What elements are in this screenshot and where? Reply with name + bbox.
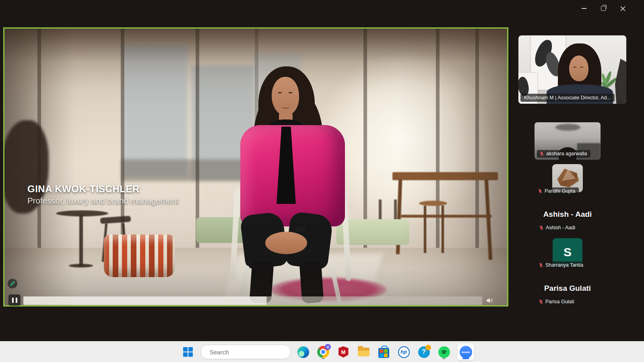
participant-display-name[interactable]: Parisa Gulati	[507, 284, 628, 293]
taskbar-app-hp-support[interactable]: ?	[416, 344, 431, 360]
taskbar-app-file-explorer[interactable]	[356, 344, 371, 360]
shared-video-scene: GINA KWOK-TISCHLER Professor, luxury and…	[4, 29, 507, 305]
muted-mic-icon	[539, 263, 543, 267]
participant-name-label: Parisa Gulati	[536, 298, 578, 306]
ceiling-fan	[555, 124, 580, 131]
hp-letters: hp	[400, 349, 407, 355]
khushnam-face	[569, 56, 588, 81]
taskbar-app-zoom[interactable]: zoom	[456, 344, 475, 360]
running-indicator-active	[462, 358, 469, 359]
taskbar-app-spotify[interactable]	[436, 344, 452, 360]
participant-name-text: akshara agarwalla	[546, 151, 587, 156]
restore-button[interactable]	[597, 2, 610, 14]
video-progress-played	[23, 296, 267, 305]
pause-icon	[12, 298, 14, 303]
participant-name-label: akshara agarwalla	[537, 150, 590, 158]
muted-mic-icon	[539, 151, 544, 156]
hp-support-icon: ?	[418, 346, 430, 358]
taskbar-app-microsoft-store[interactable]	[376, 344, 391, 360]
participant-name-label: Sharranya Tantia	[536, 261, 587, 269]
pencil-icon	[10, 281, 15, 286]
start-button[interactable]	[180, 344, 196, 360]
running-indicator	[443, 358, 446, 359]
chair-seat-silhouette	[100, 216, 131, 224]
speaker-icon	[486, 297, 495, 304]
pause-icon	[16, 298, 17, 303]
desktop: GINA KWOK-TISCHLER Professor, luxury and…	[0, 0, 644, 362]
participant-tile-khushnam[interactable]: Khushnam M | Associate Director, Ad...	[518, 35, 626, 104]
participant-name-text: Khushnam M | Associate Director, Ad...	[524, 95, 611, 101]
chrome-icon: V	[317, 346, 329, 358]
edge-icon	[297, 346, 309, 358]
participant-name-text: Paridhi Gupta	[545, 188, 575, 194]
speaker-smile	[281, 104, 290, 109]
wood-table-top	[392, 172, 498, 180]
lower-third: GINA KWOK-TISCHLER Professor, luxury and…	[27, 183, 179, 206]
close-icon	[620, 6, 625, 11]
taskbar-app-hp[interactable]: hp	[396, 344, 411, 360]
muted-mic-icon	[538, 189, 543, 193]
participant-display-name[interactable]: Ashish - Aadi	[507, 210, 628, 219]
question-mark: ?	[422, 348, 426, 356]
stool-leg	[442, 206, 444, 253]
minimize-button[interactable]	[577, 2, 591, 14]
taskbar: V M hp ?	[0, 341, 644, 362]
speaker-title-text: Professor, luxury and brand management	[27, 196, 179, 206]
city-building	[123, 45, 188, 177]
table-pedestal	[79, 215, 83, 266]
video-progress-bar[interactable]	[23, 296, 482, 305]
khushnam-eye	[580, 67, 583, 68]
striped-pouf	[104, 234, 175, 277]
speaker-eye	[289, 92, 292, 93]
participant-name-text: Ashish - Aadi	[546, 225, 575, 230]
wire-decor-object	[615, 59, 626, 104]
window-mullion	[196, 29, 199, 249]
file-explorer-icon	[358, 348, 369, 356]
speaker-eye	[278, 92, 282, 93]
participant-name-label: Ashish - Aadi	[537, 224, 579, 232]
participant-name-text: Parisa Gulati	[545, 299, 574, 304]
green-bench-left	[196, 217, 246, 243]
windows-logo-icon	[183, 347, 193, 357]
search-input[interactable]	[209, 348, 291, 356]
table-base	[69, 264, 93, 267]
table-stretcher	[401, 215, 491, 218]
running-indicator	[322, 358, 325, 359]
pause-button[interactable]	[8, 294, 21, 306]
participant-name-text: Sharranya Tantia	[545, 262, 583, 268]
spotify-icon	[438, 346, 450, 358]
speaker-hands	[265, 232, 307, 254]
volume-button[interactable]	[486, 297, 495, 305]
muted-mic-icon	[539, 299, 543, 304]
restore-icon	[601, 6, 606, 11]
shared-screen-frame: GINA KWOK-TISCHLER Professor, luxury and…	[3, 27, 508, 306]
speaker-watch	[295, 226, 305, 232]
taskbar-app-chrome[interactable]: V	[316, 344, 331, 360]
stool-leg	[424, 206, 426, 253]
avatar-initial: S	[564, 245, 572, 259]
taskbar-app-edge[interactable]	[295, 344, 311, 360]
chrome-profile-badge: V	[325, 344, 331, 350]
mcafee-shield-icon: M	[339, 346, 349, 358]
taskbar-app-mcafee[interactable]: M	[336, 344, 351, 360]
annotation-button[interactable]	[8, 279, 17, 288]
khushnam-eye	[573, 67, 576, 68]
participant-name-label: Khushnam M | Associate Director, Ad...	[520, 94, 615, 102]
minimize-icon	[582, 8, 586, 9]
speaker-name-text: GINA KWOK-TISCHLER	[27, 183, 179, 195]
window-mullion	[363, 29, 367, 249]
close-button[interactable]	[616, 2, 630, 14]
mcafee-letter: M	[341, 349, 346, 355]
taskbar-search[interactable]	[200, 345, 291, 359]
speaker-face	[272, 77, 299, 115]
microsoft-store-icon	[378, 348, 389, 358]
participant-name-label: Paridhi Gupta	[535, 187, 579, 195]
participant-tile-akshara[interactable]: akshara agarwalla	[535, 122, 601, 160]
muted-mic-icon	[539, 225, 544, 230]
hp-icon: hp	[398, 346, 410, 358]
zoom-icon: zoom	[460, 346, 472, 358]
